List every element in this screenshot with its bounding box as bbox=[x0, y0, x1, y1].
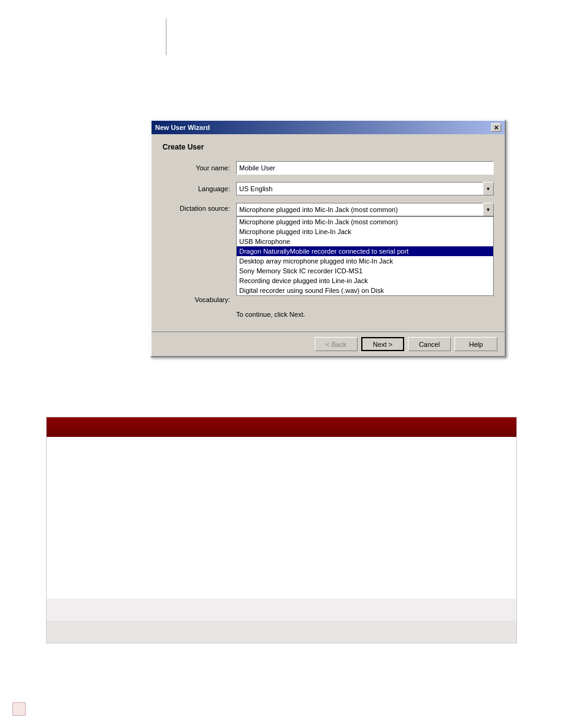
panel-red-header bbox=[47, 417, 516, 437]
panel-bottom-area bbox=[47, 599, 516, 643]
panel-stripe-light bbox=[47, 599, 516, 621]
vocabulary-label: Vocabulary: bbox=[163, 296, 236, 303]
dropdown-item-3[interactable]: Dragon NaturallyMobile recorder connecte… bbox=[237, 246, 493, 256]
dialog-titlebar: New User Wizard ✕ bbox=[151, 121, 505, 134]
language-row: Language: ▼ bbox=[163, 182, 494, 195]
close-button[interactable]: ✕ bbox=[491, 123, 501, 132]
dictation-source-dropdown[interactable]: Microphone plugged into Mic-In Jack (mos… bbox=[236, 203, 494, 216]
dropdown-item-6[interactable]: Recording device plugged into Line-in Ja… bbox=[237, 276, 493, 286]
dialog-body: Create User Your name: Language: ▼ Dicta… bbox=[151, 134, 505, 332]
dictation-source-label: Dictation source: bbox=[163, 205, 236, 212]
your-name-label: Your name: bbox=[163, 164, 236, 172]
language-select[interactable] bbox=[236, 182, 494, 195]
dictation-source-selected: Microphone plugged into Mic-In Jack (mos… bbox=[236, 203, 494, 216]
dropdown-item-1[interactable]: Microphone plugged into Line-In Jack bbox=[237, 227, 493, 237]
dialog-buttons: < Back Next > Cancel Help bbox=[151, 332, 505, 356]
dictation-source-field: Microphone plugged into Mic-In Jack (mos… bbox=[236, 203, 494, 216]
language-field: ▼ bbox=[236, 182, 494, 195]
dialog-title: New User Wizard bbox=[155, 124, 210, 131]
panel-stripe-medium bbox=[47, 621, 516, 643]
back-button[interactable]: < Back bbox=[315, 337, 358, 351]
dropdown-item-4[interactable]: Desktop array microphone plugged into Mi… bbox=[237, 256, 493, 266]
vocabulary-row: Vocabulary: bbox=[163, 296, 494, 303]
section-title: Create User bbox=[163, 143, 494, 151]
your-name-input[interactable] bbox=[236, 161, 494, 175]
second-panel bbox=[46, 417, 517, 643]
dictation-source-row: Dictation source: Microphone plugged int… bbox=[163, 203, 494, 216]
your-name-row: Your name: bbox=[163, 161, 494, 175]
dropdown-item-2[interactable]: USB Microphone bbox=[237, 237, 493, 246]
dictation-dropdown-list: Microphone plugged into Mic-In Jack (mos… bbox=[236, 216, 494, 296]
new-user-wizard-dialog: New User Wizard ✕ Create User Your name:… bbox=[150, 119, 506, 357]
next-button[interactable]: Next > bbox=[361, 337, 404, 351]
panel-content-area bbox=[47, 437, 516, 594]
your-name-field bbox=[236, 161, 494, 175]
language-label: Language: bbox=[163, 185, 236, 192]
help-button[interactable]: Help bbox=[454, 337, 497, 351]
continue-text: To continue, click Next. bbox=[163, 311, 494, 318]
dropdown-item-5[interactable]: Sony Memory Stick IC recorder ICD-MS1 bbox=[237, 266, 493, 276]
language-select-wrapper: ▼ bbox=[236, 182, 494, 195]
dictation-selected-text: Microphone plugged into Mic-In Jack (mos… bbox=[239, 206, 398, 213]
dropdown-item-7[interactable]: Digital recorder using sound Files (.wav… bbox=[237, 286, 493, 295]
cancel-button[interactable]: Cancel bbox=[408, 337, 451, 351]
decorative-line bbox=[166, 18, 167, 55]
page-indicator bbox=[12, 702, 26, 716]
dialog-title-text: New User Wizard bbox=[155, 124, 210, 131]
dropdown-item-0[interactable]: Microphone plugged into Mic-In Jack (mos… bbox=[237, 217, 493, 227]
